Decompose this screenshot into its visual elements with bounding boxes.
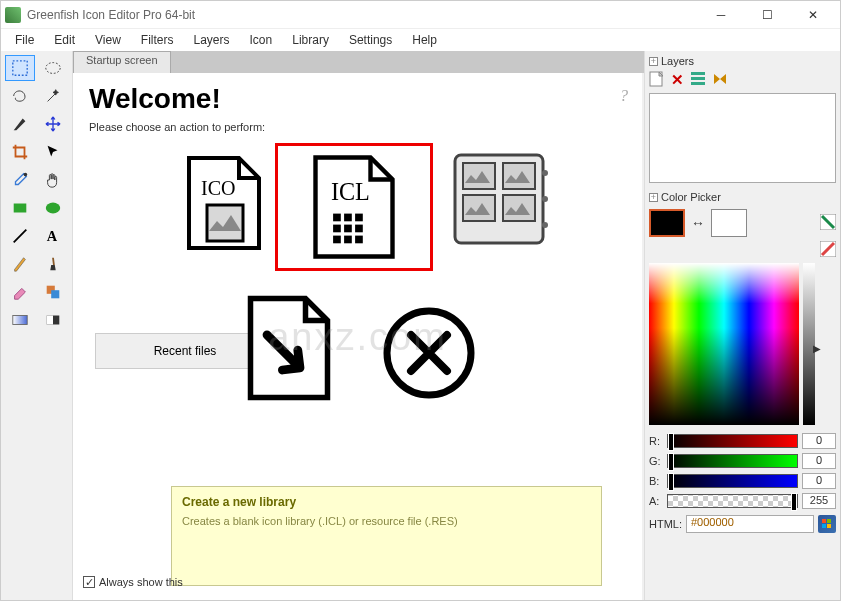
windows-color-icon[interactable] — [818, 515, 836, 533]
svg-rect-21 — [333, 236, 341, 244]
new-layer-icon[interactable] — [649, 71, 665, 89]
tool-hand[interactable] — [38, 167, 68, 193]
tool-rect-shape[interactable] — [5, 195, 35, 221]
red-slider[interactable] — [667, 434, 798, 448]
svg-rect-41 — [822, 524, 826, 528]
close-button[interactable]: ✕ — [790, 1, 836, 29]
blue-value[interactable]: 0 — [802, 473, 836, 489]
delete-layer-icon[interactable]: ✕ — [671, 71, 684, 89]
right-panel: +Layers ✕ +Color Picker ↔ ▶ R:0 G:0 B:0 … — [644, 51, 840, 601]
green-slider[interactable] — [667, 454, 798, 468]
tool-ellipse-shape[interactable] — [38, 195, 68, 221]
svg-rect-20 — [355, 225, 363, 233]
welcome-title: Welcome! — [89, 83, 626, 115]
green-value[interactable]: 0 — [802, 453, 836, 469]
alpha-value[interactable]: 255 — [802, 493, 836, 509]
menu-filters[interactable]: Filters — [133, 31, 182, 49]
svg-rect-22 — [344, 236, 352, 244]
tool-text[interactable]: A — [38, 223, 68, 249]
menu-edit[interactable]: Edit — [46, 31, 83, 49]
action-new-library[interactable]: ICL — [275, 143, 433, 271]
menu-icon[interactable]: Icon — [242, 31, 281, 49]
action-new-icon[interactable]: ICO — [179, 153, 269, 253]
svg-rect-8 — [51, 290, 59, 298]
tool-clone[interactable] — [38, 279, 68, 305]
merge-layers-icon[interactable] — [712, 71, 728, 89]
recent-files-label: Recent files — [154, 344, 217, 358]
workspace: Startup screen ? Welcome! Please choose … — [73, 51, 644, 601]
tool-ellipse-select[interactable] — [38, 55, 68, 81]
expand-icon[interactable]: + — [649, 57, 658, 66]
foreground-swatch[interactable] — [649, 209, 685, 237]
svg-rect-19 — [344, 225, 352, 233]
welcome-subtitle: Please choose an action to perform: — [89, 121, 626, 133]
svg-rect-23 — [355, 236, 363, 244]
red-value[interactable]: 0 — [802, 433, 836, 449]
titlebar: Greenfish Icon Editor Pro 64-bit ─ ☐ ✕ — [1, 1, 840, 29]
hint-box: Create a new library Creates a blank ico… — [171, 486, 602, 586]
layers-panel-title[interactable]: +Layers — [649, 53, 836, 69]
action-open-file[interactable] — [239, 293, 339, 403]
tool-lasso[interactable] — [5, 83, 35, 109]
window-title: Greenfish Icon Editor Pro 64-bit — [27, 8, 698, 22]
menu-layers[interactable]: Layers — [186, 31, 238, 49]
html-color-field[interactable]: #000000 — [686, 515, 814, 533]
tool-gradient[interactable] — [5, 307, 35, 333]
tool-crop[interactable] — [5, 139, 35, 165]
toolbox: A — [1, 51, 73, 601]
html-label: HTML: — [649, 518, 682, 530]
expand-icon[interactable]: + — [649, 193, 658, 202]
maximize-button[interactable]: ☐ — [744, 1, 790, 29]
menu-settings[interactable]: Settings — [341, 31, 400, 49]
layer-list[interactable] — [649, 93, 836, 183]
alpha-slider[interactable] — [667, 494, 798, 508]
svg-point-1 — [45, 63, 59, 74]
layer-props-icon[interactable] — [690, 71, 706, 89]
svg-point-31 — [542, 222, 548, 228]
svg-rect-17 — [355, 214, 363, 222]
svg-rect-40 — [827, 519, 831, 523]
tool-move[interactable] — [38, 111, 68, 137]
svg-rect-11 — [46, 316, 52, 325]
palette-icon[interactable] — [820, 214, 836, 232]
menu-help[interactable]: Help — [404, 31, 445, 49]
tool-fill[interactable] — [38, 307, 68, 333]
menu-library[interactable]: Library — [284, 31, 337, 49]
tool-brush[interactable] — [38, 251, 68, 277]
tool-pencil[interactable] — [5, 251, 35, 277]
svg-line-5 — [14, 230, 27, 243]
tool-pointer[interactable] — [38, 139, 68, 165]
tool-line[interactable] — [5, 223, 35, 249]
svg-point-4 — [45, 203, 59, 214]
tool-pen[interactable] — [5, 111, 35, 137]
hue-mode-icon[interactable] — [820, 241, 836, 259]
tool-wand[interactable] — [38, 83, 68, 109]
minimize-button[interactable]: ─ — [698, 1, 744, 29]
svg-text:ICL: ICL — [331, 178, 370, 205]
background-swatch[interactable] — [711, 209, 747, 237]
menu-view[interactable]: View — [87, 31, 129, 49]
svg-rect-34 — [691, 77, 705, 80]
tool-rect-select[interactable] — [5, 55, 35, 81]
tabbar: Startup screen — [73, 51, 644, 73]
always-show-row[interactable]: ✓ Always show this — [83, 576, 183, 588]
help-icon[interactable]: ? — [620, 87, 628, 105]
tab-startup[interactable]: Startup screen — [73, 51, 171, 73]
svg-rect-42 — [827, 524, 831, 528]
app-icon — [5, 7, 21, 23]
always-show-checkbox[interactable]: ✓ — [83, 576, 95, 588]
action-close[interactable] — [379, 303, 479, 403]
tool-eyedropper[interactable] — [5, 167, 35, 193]
menu-file[interactable]: File — [7, 31, 42, 49]
svg-rect-0 — [13, 61, 27, 75]
svg-rect-13 — [207, 205, 243, 241]
svg-rect-15 — [333, 214, 341, 222]
blue-slider[interactable] — [667, 474, 798, 488]
picker-slider-arrow[interactable]: ▶ — [813, 343, 821, 354]
tool-eraser[interactable] — [5, 279, 35, 305]
hint-body: Creates a blank icon library (.ICL) or r… — [182, 515, 591, 527]
swap-colors-icon[interactable]: ↔ — [691, 215, 705, 231]
action-open-library[interactable] — [449, 149, 549, 249]
color-picker[interactable]: ▶ — [649, 263, 815, 425]
color-picker-title[interactable]: +Color Picker — [649, 189, 836, 205]
